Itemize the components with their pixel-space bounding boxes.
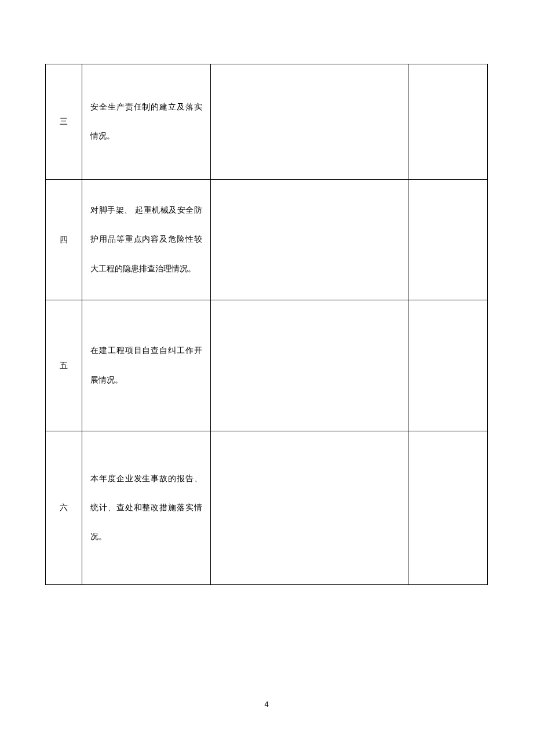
- row-number-cell: 三: [46, 64, 82, 180]
- page-number: 4: [0, 700, 533, 708]
- row-blank-cell: [408, 300, 488, 431]
- row-blank-cell: [211, 300, 408, 431]
- row-number-cell: 六: [46, 431, 82, 585]
- row-description-cell: 安全生产责任制的建立及落实情况。: [82, 64, 211, 180]
- row-description-cell: 在建工程项目自查自纠工作开展情况。: [82, 300, 211, 431]
- row-blank-cell: [408, 431, 488, 585]
- inspection-table: 三 安全生产责任制的建立及落实情况。 四 对脚手架、 起重机械及安全防护用品等重…: [45, 64, 488, 585]
- row-number-cell: 四: [46, 180, 82, 300]
- table-row: 六 本年度企业发生事故的报告、统计、查处和整改措施落实情况。: [46, 431, 488, 585]
- table-row: 三 安全生产责任制的建立及落实情况。: [46, 64, 488, 180]
- row-blank-cell: [211, 64, 408, 180]
- row-blank-cell: [408, 64, 488, 180]
- row-blank-cell: [408, 180, 488, 300]
- table-row: 四 对脚手架、 起重机械及安全防护用品等重点内容及危险性较大工程的隐患排查治理情…: [46, 180, 488, 300]
- row-description-cell: 对脚手架、 起重机械及安全防护用品等重点内容及危险性较大工程的隐患排查治理情况。: [82, 180, 211, 300]
- row-description-cell: 本年度企业发生事故的报告、统计、查处和整改措施落实情况。: [82, 431, 211, 585]
- page-container: 三 安全生产责任制的建立及落实情况。 四 对脚手架、 起重机械及安全防护用品等重…: [0, 0, 533, 585]
- row-blank-cell: [211, 180, 408, 300]
- table-row: 五 在建工程项目自查自纠工作开展情况。: [46, 300, 488, 431]
- row-number-cell: 五: [46, 300, 82, 431]
- row-blank-cell: [211, 431, 408, 585]
